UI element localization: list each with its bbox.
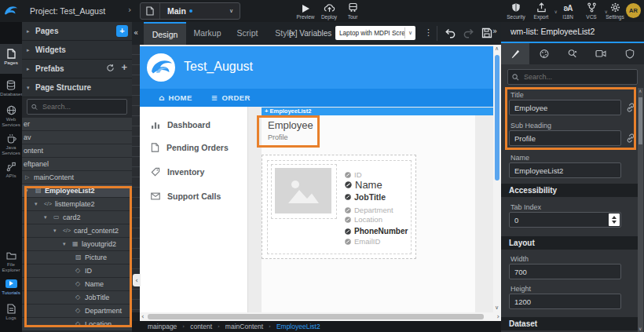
scroll-up-icon[interactable]: ∧	[639, 89, 642, 93]
sub-heading-input[interactable]	[509, 130, 621, 146]
height-input[interactable]	[509, 294, 621, 309]
refresh-icon[interactable]	[106, 64, 115, 72]
deploy-button[interactable]: Deploy	[316, 2, 342, 20]
width-input[interactable]	[509, 264, 621, 279]
widget-selection-bar[interactable]: EmployeeList2	[262, 108, 493, 115]
rail-item-databases[interactable]: Databases	[0, 79, 22, 97]
tab-security[interactable]	[616, 43, 644, 64]
scrollbar-thumb[interactable]	[495, 55, 499, 181]
rail-item-web-services[interactable]: Web Services	[0, 104, 22, 128]
canvas-horizontal-scrollbar[interactable]: ‹ ›	[140, 312, 501, 321]
field-emailid[interactable]: EmailID	[345, 237, 380, 246]
tab-properties[interactable]	[501, 43, 529, 64]
tab-device[interactable]	[587, 43, 615, 64]
export-button[interactable]: Export ∨	[528, 2, 554, 20]
menu-item-support-calls[interactable]: Support Calls	[151, 192, 221, 201]
i18n-button[interactable]: ʚA I18N	[554, 2, 581, 20]
rail-item-tutorials[interactable]: Tutorials	[0, 278, 22, 295]
scroll-down-icon[interactable]: ∨	[495, 305, 499, 311]
list-widget[interactable]: Employee Profile ID Name	[262, 115, 475, 312]
tree-item-jobtitle[interactable]: ◇ JobTitle	[22, 291, 132, 304]
bind-property-icon[interactable]	[625, 133, 636, 144]
tree-item-card2[interactable]: ▾ ▭ card2	[22, 211, 132, 224]
bind-property-icon[interactable]	[625, 102, 636, 113]
kebab-menu-icon[interactable]: ⋮	[424, 27, 433, 38]
scroll-right-icon[interactable]: ›	[496, 313, 499, 320]
avatar[interactable]: AR	[626, 3, 641, 18]
device-selector[interactable]: Laptop with MDPI Screen ∨	[335, 26, 415, 40]
rail-item-pages[interactable]: Pages	[0, 48, 22, 65]
rail-item-java-services[interactable]: Java Services	[0, 133, 22, 156]
properties-search[interactable]	[507, 69, 638, 85]
section-pages[interactable]: ▸ Pages +	[22, 22, 132, 41]
tab-markup[interactable]: Markup	[186, 22, 229, 45]
field-id[interactable]: ID	[345, 170, 362, 179]
stepper-up-icon[interactable]	[612, 216, 617, 219]
variables-dropdown[interactable]: [x] Variables ∨	[289, 22, 338, 45]
panel-scrollbar[interactable]: ∧ ∨	[638, 88, 643, 332]
field-department[interactable]: Department	[345, 206, 393, 214]
breadcrumb-mainpage[interactable]: mainpage	[148, 323, 177, 330]
rail-item-file-explorer[interactable]: File Explorer	[0, 250, 22, 273]
tab-inspect[interactable]	[558, 43, 587, 64]
search-input[interactable]	[41, 102, 123, 111]
rail-item-logs[interactable]: Logs	[0, 303, 22, 320]
tree-item[interactable]: er	[22, 118, 132, 130]
scroll-left-icon[interactable]: ‹	[141, 313, 145, 320]
stepper-down-icon[interactable]	[612, 221, 617, 224]
add-prefab-icon[interactable]: +	[121, 61, 127, 73]
picture-cell[interactable]	[271, 164, 337, 219]
tree-item-department[interactable]: ◇ Department	[22, 305, 132, 317]
tree-item-maincontent[interactable]: ▷ mainContent	[22, 171, 132, 184]
field-jobtitle[interactable]: JobTitle	[345, 192, 386, 202]
settings-button[interactable]: Settings ∨	[602, 2, 628, 20]
scrollbar-thumb[interactable]	[639, 97, 642, 144]
toolbar-overflow-icon[interactable]: »	[492, 27, 497, 35]
tab-index-input[interactable]	[509, 212, 621, 228]
tree-item-layoutgrid2[interactable]: ▾ ▦ layoutgrid2	[22, 238, 132, 250]
save-icon[interactable]	[481, 27, 492, 38]
menu-item-pending-orders[interactable]: Pending Orders	[151, 143, 229, 152]
breadcrumb-employeelist2[interactable]: EmployeeList2	[276, 323, 320, 330]
undo-icon[interactable]	[444, 28, 456, 39]
nav-item-home[interactable]: ⌂ HOME	[159, 93, 192, 102]
search-input[interactable]	[522, 72, 628, 82]
canvas-vertical-scrollbar[interactable]: ∧ ∨	[493, 45, 501, 312]
collapse-left-panel-icon[interactable]: «	[134, 28, 138, 37]
tree-item-employeelist2[interactable]: ▾ ▤ EmployeeList2	[22, 184, 132, 197]
tree-item-id[interactable]: ◇ ID	[22, 265, 132, 277]
tree-item[interactable]: eftpanel	[22, 158, 132, 170]
field-name[interactable]: Name	[345, 179, 382, 191]
preview-button[interactable]: Preview	[292, 2, 319, 20]
rail-item-apis[interactable]: APIs	[0, 161, 22, 178]
page-dropdown[interactable]: Main ∨	[140, 2, 240, 20]
field-phonenumber[interactable]: PhoneNumber	[345, 227, 408, 235]
tab-design[interactable]: Design	[144, 22, 186, 45]
section-page-structure[interactable]: ▾ Page Structure	[22, 78, 132, 97]
nav-item-order[interactable]: ≡ ORDER	[211, 93, 251, 102]
menu-item-inventory[interactable]: Inventory	[151, 167, 204, 177]
field-location[interactable]: Location	[345, 215, 382, 224]
title-input[interactable]	[509, 100, 621, 115]
tree-item-name[interactable]: ◇ Name	[22, 278, 132, 290]
scrollbar-thumb[interactable]	[148, 314, 484, 319]
breadcrumb-maincontent[interactable]: mainContent	[225, 323, 263, 330]
add-page-button[interactable]: +	[116, 25, 128, 37]
security-button[interactable]: Security	[503, 2, 529, 20]
tour-button[interactable]: Tour	[339, 2, 366, 20]
name-input[interactable]	[509, 162, 621, 178]
tab-script[interactable]: Script	[229, 22, 266, 45]
tree-item[interactable]: av	[22, 131, 132, 144]
page-structure-search[interactable]	[27, 99, 127, 115]
list-card[interactable]: ID Name JobTitle Department Location	[262, 155, 416, 259]
tree-item-card-content2[interactable]: ▾ </> card_content2	[22, 224, 132, 237]
tree-item-location[interactable]: ◇ Location	[22, 318, 132, 330]
section-prefabs[interactable]: ▸ Prefabs +	[22, 60, 132, 78]
redo-icon[interactable]	[463, 28, 475, 39]
menu-item-dashboard[interactable]: Dashboard	[151, 120, 210, 130]
tree-item-picture[interactable]: ▨ Picture	[22, 251, 132, 264]
vcs-button[interactable]: VCS ∨	[578, 2, 605, 20]
breadcrumb-content[interactable]: content	[190, 323, 212, 330]
tab-styles[interactable]	[529, 43, 558, 64]
tree-item[interactable]: ontent	[22, 144, 132, 157]
